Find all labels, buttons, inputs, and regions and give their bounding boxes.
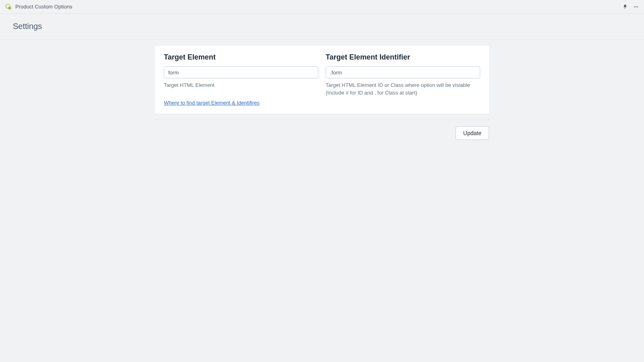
- target-identifier-column: Target Element Identifier Target HTML El…: [326, 53, 480, 106]
- target-identifier-help: Target HTML Element ID or Class where op…: [326, 82, 480, 97]
- more-icon[interactable]: [633, 4, 639, 10]
- svg-point-1: [8, 6, 11, 10]
- svg-point-4: [637, 6, 638, 7]
- update-button[interactable]: Update: [456, 126, 489, 140]
- app-icon: [5, 3, 12, 10]
- target-element-column: Target Element Target HTML Element Where…: [164, 53, 318, 106]
- content: Target Element Target HTML Element Where…: [0, 39, 644, 140]
- pin-icon[interactable]: [622, 4, 628, 10]
- target-element-help: Target HTML Element: [164, 82, 318, 89]
- button-row: Update: [155, 126, 489, 140]
- page-header: Settings: [0, 14, 644, 39]
- settings-card: Target Element Target HTML Element Where…: [155, 46, 489, 114]
- topbar-right: [622, 4, 639, 10]
- card-columns: Target Element Target HTML Element Where…: [164, 53, 480, 106]
- topbar-left: Product Custom Options: [5, 3, 72, 10]
- target-identifier-input[interactable]: [326, 66, 480, 78]
- help-link[interactable]: Where to find target Element & Identifir…: [164, 100, 318, 106]
- app-title: Product Custom Options: [15, 4, 72, 10]
- target-element-input[interactable]: [164, 66, 318, 78]
- target-identifier-title: Target Element Identifier: [326, 53, 480, 62]
- target-element-title: Target Element: [164, 53, 318, 62]
- page-title: Settings: [13, 22, 631, 31]
- svg-point-2: [634, 6, 635, 7]
- topbar: Product Custom Options: [0, 0, 644, 14]
- divider: [155, 119, 489, 120]
- svg-point-3: [636, 6, 636, 7]
